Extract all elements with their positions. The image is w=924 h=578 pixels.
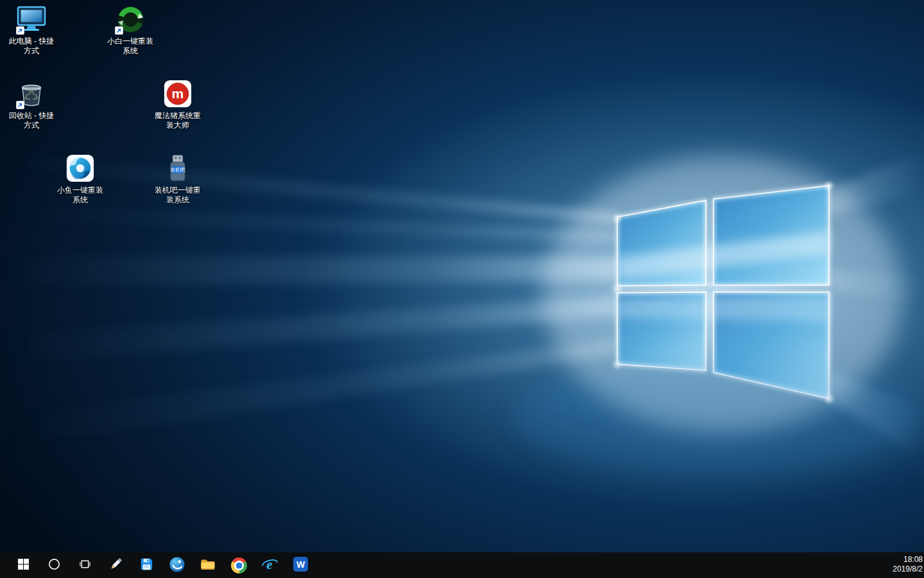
search-button[interactable] (38, 552, 69, 578)
desktop-icon-recycle-bin[interactable]: 回收站 - 快捷方式 (4, 78, 58, 130)
taskbar-buttons: e W (0, 552, 316, 578)
wallpaper (0, 0, 924, 552)
clock-date: 2019/8/2 (893, 565, 923, 574)
desktop-icon-mofazhu-reinstall[interactable]: m 魔法猪系统重装大师 (151, 78, 205, 130)
svg-text:e: e (266, 556, 272, 572)
svg-text:W: W (296, 559, 305, 570)
wps-w-icon: W (293, 556, 309, 574)
save-tool-button[interactable] (131, 552, 162, 578)
monitor-icon (16, 4, 47, 35)
usb-drive-icon: 装机吧 (162, 153, 193, 184)
desktop-icon-label: 装机吧一键重装系统 (151, 186, 204, 205)
blue-sphere-icon (169, 556, 185, 575)
floppy-disk-icon (139, 556, 155, 574)
shortcut-arrow-icon (16, 101, 24, 109)
screen: 此电脑 - 快捷方式 小白一键重装系统 (0, 0, 924, 578)
pen-tool-button[interactable] (100, 552, 131, 578)
desktop-icon-zhuangjiba-reinstall[interactable]: 装机吧 装机吧一键重装系统 (151, 153, 205, 205)
desktop-icon-label: 小鱼一键重装系统 (54, 186, 107, 205)
ie-icon: e (261, 556, 278, 575)
red-m-badge-icon: m (162, 78, 193, 109)
desktop-icon-label: 魔法猪系统重装大师 (151, 111, 204, 130)
task-view-icon (79, 558, 91, 572)
desktop[interactable]: 此电脑 - 快捷方式 小白一键重装系统 (0, 0, 924, 552)
desktop-icon-xiaobai-reinstall[interactable]: 小白一键重装系统 (103, 4, 157, 56)
pencil-icon (108, 556, 124, 574)
clock-time: 18:08 (893, 555, 923, 565)
desktop-icon-this-pc[interactable]: 此电脑 - 快捷方式 (4, 4, 58, 56)
taskbar: e W 18:08 2019/8/2 (0, 552, 924, 578)
shortcut-arrow-icon (16, 26, 24, 35)
recycle-bin-icon (16, 78, 47, 109)
svg-text:装机吧: 装机吧 (171, 167, 185, 173)
desktop-icon-label: 此电脑 - 快捷方式 (5, 37, 58, 56)
cortana-circle-icon (48, 558, 60, 572)
internet-explorer-button[interactable]: e (254, 552, 285, 578)
chrome-icon (231, 557, 247, 574)
windows-logo-icon (18, 559, 29, 572)
wps-office-button[interactable]: W (285, 552, 316, 578)
blue-circle-app-button[interactable] (162, 552, 193, 578)
green-swirl-icon (115, 4, 146, 35)
shortcut-arrow-icon (115, 26, 123, 35)
blue-swirl-icon (65, 153, 96, 184)
chrome-button[interactable] (223, 552, 254, 578)
desktop-icon-label: 小白一键重装系统 (104, 37, 157, 56)
taskbar-clock[interactable]: 18:08 2019/8/2 (886, 552, 924, 578)
svg-text:m: m (172, 86, 184, 101)
file-explorer-button[interactable] (193, 552, 223, 578)
task-view-button[interactable] (69, 552, 100, 578)
desktop-icon-label: 回收站 - 快捷方式 (5, 111, 58, 130)
desktop-icon-xiaoyu-reinstall[interactable]: 小鱼一键重装系统 (53, 153, 107, 205)
folder-icon (200, 556, 216, 575)
start-button[interactable] (8, 552, 38, 578)
